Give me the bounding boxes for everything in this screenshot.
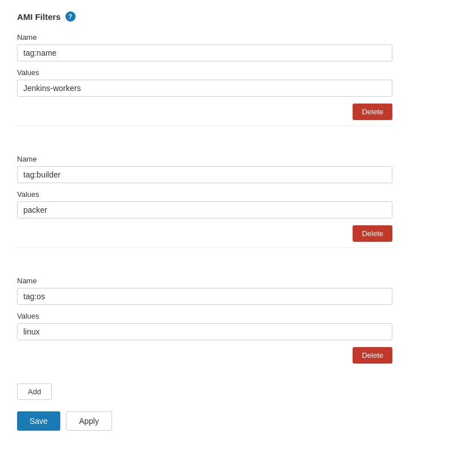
values-label-3: Values <box>17 312 459 320</box>
filter-block-3: Name Values Delete <box>17 277 459 369</box>
name-input-3[interactable] <box>17 288 392 305</box>
values-label-1: Values <box>17 68 459 77</box>
section-title: AMI Filters <box>17 12 61 22</box>
values-field-group-3: Values <box>17 312 459 340</box>
save-button[interactable]: Save <box>17 411 60 431</box>
name-field-group-1: Name <box>17 33 459 61</box>
name-label-1: Name <box>17 33 459 42</box>
delete-row-2: Delete <box>17 225 392 242</box>
filter-block-1: Name Values Delete <box>17 33 459 143</box>
divider <box>17 126 392 126</box>
name-label-3: Name <box>17 277 459 285</box>
values-field-group-1: Values <box>17 68 459 97</box>
name-field-group-3: Name <box>17 277 459 305</box>
ami-filters-section: AMI Filters ? Name Values Delete Name V <box>17 11 459 431</box>
apply-button[interactable]: Apply <box>66 411 112 431</box>
values-input-3[interactable] <box>17 323 392 340</box>
help-icon[interactable]: ? <box>65 11 76 22</box>
divider <box>17 247 392 248</box>
section-header: AMI Filters ? <box>17 11 459 22</box>
add-button-row: Add <box>17 381 459 400</box>
delete-button-2[interactable]: Delete <box>353 225 392 242</box>
filter-block-2: Name Values Delete <box>17 155 459 265</box>
name-field-group-2: Name <box>17 155 459 183</box>
values-label-2: Values <box>17 190 459 199</box>
footer-buttons: Save Apply <box>17 411 459 431</box>
delete-button-1[interactable]: Delete <box>353 104 392 120</box>
values-field-group-2: Values <box>17 190 459 218</box>
filters-container: Name Values Delete Name Values Delete <box>17 33 459 369</box>
delete-row-3: Delete <box>17 347 392 364</box>
values-input-2[interactable] <box>17 201 392 218</box>
name-input-1[interactable] <box>17 44 392 61</box>
delete-row-1: Delete <box>17 104 392 120</box>
delete-button-3[interactable]: Delete <box>353 347 392 364</box>
name-label-2: Name <box>17 155 459 163</box>
name-input-2[interactable] <box>17 166 392 183</box>
values-input-1[interactable] <box>17 80 392 97</box>
add-button[interactable]: Add <box>17 383 52 400</box>
